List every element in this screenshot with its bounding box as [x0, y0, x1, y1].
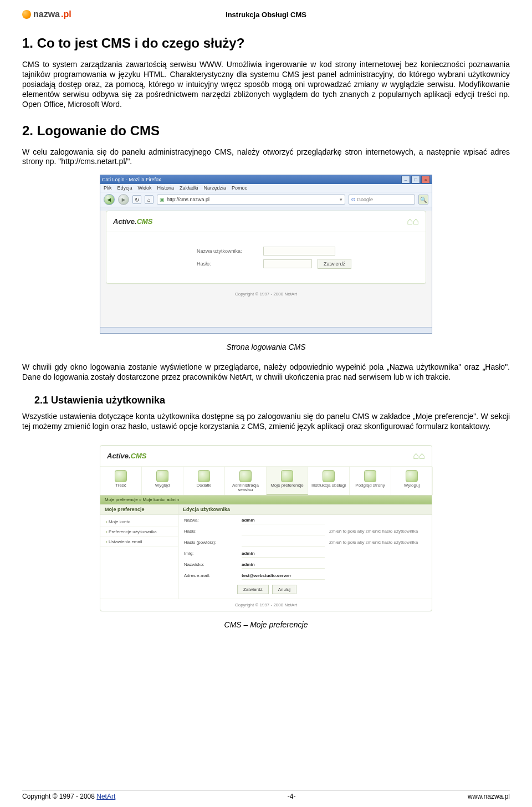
password-input[interactable] — [263, 259, 312, 268]
nav-item[interactable]: Wyloguj — [391, 467, 433, 495]
field-hint: Zmień to pole aby zmienić hasło użytkown… — [329, 540, 426, 545]
menu-item[interactable]: Historia — [157, 185, 175, 191]
section-1-heading: 1. Co to jest CMS i do czego służy? — [22, 35, 510, 51]
menu-item[interactable]: Edycja — [117, 185, 132, 191]
menu-item[interactable]: Narzędzia — [204, 185, 227, 191]
nav-label: Wyloguj — [392, 483, 431, 488]
toolbar: ◄ ► ↻ ⌂ ▣ http://cms.nazwa.pl ▾ G Google… — [100, 192, 432, 207]
form-row: Hasło:Zmień to pole aby zmienić hasło uż… — [178, 526, 432, 537]
url-bar[interactable]: ▣ http://cms.nazwa.pl ▾ — [157, 195, 345, 205]
label-username: Nazwa użytkownika: — [197, 248, 258, 254]
submit-button[interactable]: Zatwierdź — [318, 259, 351, 269]
form-header: Edycja użytkownika — [178, 504, 432, 515]
breadcrumb: Moje preferencje » Moje konto: admin — [100, 496, 432, 504]
close-icon[interactable]: × — [421, 176, 430, 183]
favicon-icon: ▣ — [160, 197, 165, 202]
field-input[interactable]: admin — [242, 550, 325, 558]
search-box[interactable]: G Google — [349, 195, 415, 205]
nav-icon — [198, 470, 210, 482]
form-row: Nazwa:admin — [178, 515, 432, 526]
nav-item[interactable]: Treść — [100, 467, 142, 495]
footer-left: Copyright © 1997 - 2008 NetArt — [22, 793, 115, 800]
google-icon: G — [351, 197, 355, 202]
nav-label: Treść — [101, 483, 140, 488]
field-label: Nazwisko: — [184, 562, 237, 567]
menu-item[interactable]: Widok — [138, 185, 152, 191]
sidebar-item[interactable]: Preferencje użytkownika — [100, 527, 178, 537]
nav-label: Wygląd — [143, 483, 182, 488]
form-row: Imię:admin — [178, 548, 432, 559]
cancel-button[interactable]: Anuluj — [272, 585, 296, 594]
caption-prefs: CMS – Moje preferencje — [22, 620, 510, 629]
main-panel: Edycja użytkownika Nazwa:adminHasło:Zmie… — [178, 504, 432, 599]
minimize-icon[interactable]: – — [401, 176, 410, 183]
brand-active: Active. — [107, 452, 131, 460]
section-1-body: CMS to system zarządzania zawartością se… — [22, 60, 510, 110]
save-button[interactable]: Zatwierdź — [237, 585, 269, 594]
cms-copyright: Copyright © 1997 - 2008 NetArt — [100, 599, 432, 611]
back-icon[interactable]: ◄ — [104, 194, 115, 205]
field-input[interactable] — [242, 528, 325, 535]
window-titlebar[interactable]: Cati Login - Mozilla Firefox – □ × — [100, 175, 432, 184]
nav-icon — [323, 470, 335, 482]
home-icon[interactable]: ⌂ — [145, 195, 154, 204]
nav-icon — [281, 470, 293, 482]
field-input[interactable]: admin — [242, 517, 325, 524]
footer-netart-link[interactable]: NetArt — [96, 793, 115, 800]
caption-login: Strona logowania CMS — [22, 343, 510, 351]
forward-icon[interactable]: ► — [118, 194, 129, 205]
sidebar-item[interactable]: Ustawienia email — [100, 537, 178, 547]
brand-active: Active. — [113, 217, 137, 226]
nav-item[interactable]: Wygląd — [142, 467, 183, 495]
nav-item[interactable]: Instrukcja obsługi — [308, 467, 350, 495]
form-row: Hasło (powtórz):Zmień to pole aby zmieni… — [178, 537, 432, 548]
field-input[interactable] — [242, 539, 325, 546]
section-2-1-heading: 2.1 Ustawienia użytkownika — [34, 395, 510, 406]
username-input[interactable] — [263, 247, 335, 256]
nav-item[interactable]: Podgląd strony — [350, 467, 391, 495]
form-row: Nazwisko:admin — [178, 559, 432, 570]
form-row: Adres e-mail:test@webstudio.serwer — [178, 570, 432, 581]
window-title: Cati Login - Mozilla Firefox — [102, 177, 161, 182]
house-icon: ⌂⌂ — [413, 450, 425, 462]
nav-icon — [406, 470, 418, 482]
screenshot-login: Cati Login - Mozilla Firefox – □ × Plik … — [100, 175, 432, 334]
menu-item[interactable]: Plik — [104, 185, 112, 191]
house-icon: ⌂⌂ — [407, 216, 419, 227]
footer-url: www.nazwa.pl — [468, 793, 510, 800]
sidebar-header: Moje preferencje — [100, 504, 178, 515]
nav-label: Administracja serwisu — [226, 483, 265, 493]
nav-icon — [239, 470, 252, 482]
nav-icon — [115, 470, 127, 482]
section-2-heading: 2. Logowanie do CMS — [22, 123, 510, 139]
doc-header: nazwa.pl Instrukcja Obsługi CMS — [22, 9, 510, 20]
field-input[interactable]: test@webstudio.serwer — [242, 572, 325, 580]
menubar[interactable]: Plik Edycja Widok Historia Zakładki Narz… — [100, 184, 432, 192]
nav-icon — [364, 470, 376, 482]
nav-label: Moje preferencje — [268, 483, 306, 488]
field-label: Hasło: — [184, 529, 237, 534]
search-icon[interactable]: 🔍 — [418, 195, 428, 205]
sidebar-item[interactable]: Moje konto — [100, 517, 178, 527]
url-text: http://cms.nazwa.pl — [167, 197, 209, 202]
main-nav: TreśćWyglądDodatkiAdministracja serwisuM… — [100, 466, 432, 496]
firefox-window: Cati Login - Mozilla Firefox – □ × Plik … — [100, 175, 432, 334]
field-input[interactable]: admin — [242, 561, 325, 569]
maximize-icon[interactable]: □ — [411, 176, 420, 183]
page-content: Active.CMS ⌂⌂ Nazwa użytkownika: Hasło: … — [100, 211, 432, 327]
nav-item[interactable]: Dodatki — [183, 467, 225, 495]
section-2-body-3: Wszystkie ustawienia dotyczące konta uży… — [22, 412, 510, 432]
brand-cms: CMS — [137, 217, 153, 226]
nav-item[interactable]: Moje preferencje — [267, 467, 308, 495]
page-number: -4- — [288, 793, 296, 800]
nav-item[interactable]: Administracja serwisu — [225, 467, 267, 495]
nav-label: Instrukcja obsługi — [309, 483, 348, 488]
menu-item[interactable]: Zakładki — [180, 185, 198, 191]
rss-icon[interactable]: ▾ — [340, 197, 342, 202]
menu-item[interactable]: Pomoc — [232, 185, 247, 191]
reload-icon[interactable]: ↻ — [132, 195, 141, 204]
status-bar — [100, 327, 432, 333]
nav-icon — [156, 470, 168, 482]
section-2-body-1: W celu zalogowania się do panelu adminis… — [22, 147, 510, 167]
screenshot-preferences: Active.CMS ⌂⌂ TreśćWyglądDodatkiAdminist… — [100, 445, 432, 611]
